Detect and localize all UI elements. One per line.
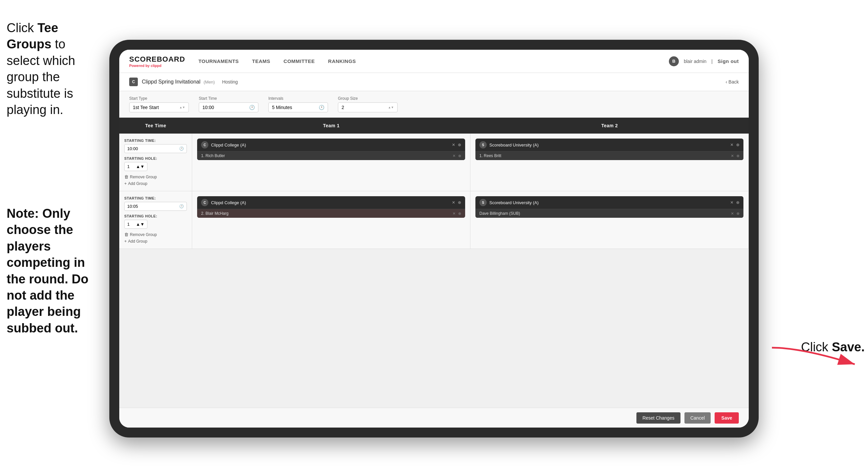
- player-name-1-2: 2. Blair McHarg: [201, 211, 453, 216]
- team1-col-1: C Clippd College (A) ✕ ⊕ 1. Rich Butler …: [192, 134, 470, 191]
- player-expand-icon-2-2[interactable]: ⊕: [737, 211, 740, 216]
- bottom-bar: Reset Changes Cancel Save: [119, 408, 749, 428]
- team1-name-2[interactable]: Clippd College (A): [211, 200, 449, 205]
- team2-col-2: S Scoreboard University (A) ✕ ⊕ Dave Bil…: [470, 191, 749, 249]
- start-type-input[interactable]: 1st Tee Start ▲▼: [129, 103, 189, 112]
- nav-rankings[interactable]: RANKINGS: [328, 57, 356, 66]
- player-name-1-1: 1. Rich Butler: [201, 153, 453, 158]
- team2-card-2: S Scoreboard University (A) ✕ ⊕ Dave Bil…: [475, 196, 743, 218]
- group-size-label: Group Size: [338, 96, 398, 101]
- tournament-title: Clippd Spring Invitational (Men): [142, 79, 215, 85]
- nav-tournaments[interactable]: TOURNAMENTS: [198, 57, 239, 66]
- intervals-label: Intervals: [268, 96, 328, 101]
- add-group-icon-2: +: [124, 239, 127, 243]
- config-group-size: Group Size 2 ▲▼: [338, 96, 398, 112]
- col-team2: Team 2: [470, 123, 749, 128]
- start-type-label: Start Type: [129, 96, 189, 101]
- hosting-badge: Hosting: [222, 79, 238, 85]
- player-close-icon-2-1[interactable]: ✕: [731, 154, 734, 158]
- nav-committee[interactable]: COMMITTEE: [284, 57, 315, 66]
- player-name-2-1: 1. Rees Britt: [479, 153, 731, 158]
- team2-name-2[interactable]: Scoreboard University (A): [489, 200, 727, 205]
- team2-card-1: S Scoreboard University (A) ✕ ⊕ 1. Rees …: [475, 139, 743, 160]
- logo-brand: clippd: [151, 64, 161, 68]
- nav-avatar: B: [669, 56, 679, 66]
- intervals-input[interactable]: 5 Minutes 🕐: [268, 103, 328, 112]
- group-size-input[interactable]: 2 ▲▼: [338, 103, 398, 112]
- tournament-name: Clippd Spring Invitational: [142, 79, 200, 85]
- team2-close-icon-2[interactable]: ✕: [730, 200, 734, 205]
- player-expand-icon-1-2[interactable]: ⊕: [458, 211, 461, 216]
- note-instruction: Note: Only choose the players competing …: [0, 205, 103, 337]
- reset-changes-button[interactable]: Reset Changes: [637, 412, 681, 424]
- top-navigation: SCOREBOARD Powered by clippd TOURNAMENTS…: [119, 50, 749, 73]
- team2-col-1: S Scoreboard University (A) ✕ ⊕ 1. Rees …: [470, 134, 749, 191]
- starting-time-label-1: STARTING TIME:: [124, 139, 187, 143]
- add-group-btn-2[interactable]: + Add Group: [124, 239, 187, 243]
- remove-group-btn-1[interactable]: 🗑 Remove Group: [124, 174, 187, 179]
- team2-controls-1: ✕ ⊕: [730, 143, 740, 147]
- player-close-icon-1-1[interactable]: ✕: [453, 154, 456, 158]
- player-row-2-1: 1. Rees Britt ✕ ⊕: [475, 151, 743, 160]
- team1-close-icon-2[interactable]: ✕: [452, 200, 455, 205]
- team1-col-2: C Clippd College (A) ✕ ⊕ 2. Blair McHarg…: [192, 191, 470, 249]
- tee-actions-1: 🗑 Remove Group + Add Group: [124, 174, 187, 186]
- note-bold-label: Note: Only choose the players competing …: [7, 206, 89, 335]
- nav-teams[interactable]: TEAMS: [252, 57, 270, 66]
- back-button[interactable]: ‹ Back: [725, 79, 739, 85]
- player-close-icon-1-2[interactable]: ✕: [453, 211, 456, 216]
- cancel-button[interactable]: Cancel: [684, 412, 711, 424]
- team1-expand-icon-1[interactable]: ⊕: [458, 143, 461, 147]
- starting-time-label-2: STARTING TIME:: [124, 196, 187, 200]
- logo-scoreboard: SCOREBOARD: [129, 55, 185, 64]
- gender-badge: (Men): [204, 80, 215, 85]
- team2-icon-1: S: [479, 141, 487, 148]
- add-group-btn-1[interactable]: + Add Group: [124, 181, 187, 186]
- nav-items: TOURNAMENTS TEAMS COMMITTEE RANKINGS: [198, 57, 669, 66]
- team1-controls-1: ✕ ⊕: [452, 143, 461, 147]
- player-controls-2-2: ✕ ⊕: [731, 211, 740, 216]
- team1-controls-2: ✕ ⊕: [452, 200, 461, 205]
- team2-close-icon-1[interactable]: ✕: [730, 143, 734, 147]
- team1-expand-icon-2[interactable]: ⊕: [458, 200, 461, 205]
- tee-group-row-2: STARTING TIME: 10:05 🕐 STARTING HOLE: 1 …: [119, 191, 749, 249]
- logo-powered: Powered by clippd: [129, 64, 185, 68]
- remove-group-btn-2[interactable]: 🗑 Remove Group: [124, 232, 187, 237]
- start-time-input[interactable]: 10:00 🕐: [199, 103, 258, 112]
- team1-name-1[interactable]: Clippd College (A): [211, 143, 449, 147]
- column-headers: Tee Time Team 1 Team 2: [119, 118, 749, 134]
- nav-signout[interactable]: Sign out: [718, 57, 739, 66]
- save-button[interactable]: Save: [715, 412, 739, 424]
- tablet-screen: SCOREBOARD Powered by clippd TOURNAMENTS…: [119, 50, 749, 428]
- nav-user: blair admin: [684, 59, 706, 64]
- start-time-label: Start Time: [199, 96, 258, 101]
- tee-group-row-1: STARTING TIME: 10:00 🕐 STARTING HOLE: 1 …: [119, 134, 749, 191]
- starting-hole-input-1[interactable]: 1 ▲▼: [124, 162, 148, 171]
- player-row-2-2: Dave Billingham (SUB) ✕ ⊕: [475, 209, 743, 218]
- remove-group-icon-2: 🗑: [124, 232, 128, 237]
- tablet-frame: SCOREBOARD Powered by clippd TOURNAMENTS…: [109, 40, 759, 438]
- team1-icon-1: C: [201, 141, 208, 148]
- player-controls-2-1: ✕ ⊕: [731, 154, 740, 158]
- team2-controls-2: ✕ ⊕: [730, 200, 740, 205]
- player-expand-icon-2-1[interactable]: ⊕: [737, 154, 740, 158]
- starting-hole-label-2: STARTING HOLE:: [124, 214, 187, 218]
- team1-icon-2: C: [201, 199, 208, 206]
- starting-time-input-2[interactable]: 10:05 🕐: [124, 202, 187, 211]
- main-content: STARTING TIME: 10:00 🕐 STARTING HOLE: 1 …: [119, 134, 749, 408]
- starting-hole-input-2[interactable]: 1 ▲▼: [124, 220, 148, 229]
- player-controls-1-1: ✕ ⊕: [453, 154, 461, 158]
- player-controls-1-2: ✕ ⊕: [453, 211, 461, 216]
- team2-expand-icon-1[interactable]: ⊕: [736, 143, 740, 147]
- config-start-type: Start Type 1st Tee Start ▲▼: [129, 96, 189, 112]
- player-row-1-1: 1. Rich Butler ✕ ⊕: [197, 151, 465, 160]
- player-row-1-2: 2. Blair McHarg ✕ ⊕: [197, 209, 465, 218]
- player-expand-icon-1-1[interactable]: ⊕: [458, 154, 461, 158]
- team2-expand-icon-2[interactable]: ⊕: [736, 200, 740, 205]
- player-close-icon-2-2[interactable]: ✕: [731, 211, 734, 216]
- tee-time-col-1: STARTING TIME: 10:00 🕐 STARTING HOLE: 1 …: [119, 134, 192, 191]
- team1-close-icon-1[interactable]: ✕: [452, 143, 455, 147]
- sub-header: C Clippd Spring Invitational (Men) Hosti…: [119, 73, 749, 91]
- starting-time-input-1[interactable]: 10:00 🕐: [124, 144, 187, 153]
- team2-name-1[interactable]: Scoreboard University (A): [489, 143, 727, 147]
